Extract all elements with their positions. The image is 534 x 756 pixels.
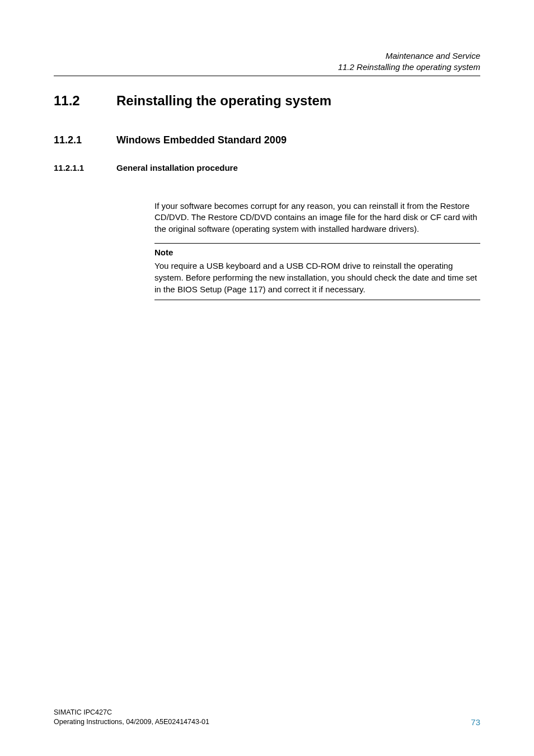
running-header: Maintenance and Service 11.2 Reinstallin… [54, 50, 480, 73]
heading-2-number: 11.2.1 [54, 134, 116, 146]
heading-2-title: Windows Embedded Standard 2009 [116, 134, 287, 146]
heading-level-1: 11.2 Reinstalling the operating system [54, 93, 480, 109]
heading-1-title: Reinstalling the operating system [116, 93, 331, 109]
heading-level-2: 11.2.1 Windows Embedded Standard 2009 [54, 134, 480, 146]
body-paragraph: If your software becomes corrupt for any… [154, 200, 480, 235]
page-footer: SIMATIC IPC427C Operating Instructions, … [54, 708, 480, 727]
body-content: If your software becomes corrupt for any… [154, 200, 480, 301]
heading-3-title: General installation procedure [116, 163, 238, 172]
note-label: Note [154, 247, 480, 259]
header-rule [54, 76, 480, 76]
note-text: You require a USB keyboard and a USB CD-… [154, 260, 480, 295]
footer-product: SIMATIC IPC427C [54, 708, 209, 717]
heading-1-number: 11.2 [54, 93, 116, 109]
running-header-chapter: Maintenance and Service [54, 50, 480, 62]
footer-left: SIMATIC IPC427C Operating Instructions, … [54, 708, 209, 727]
footer-meta: Operating Instructions, 04/2009, A5E0241… [54, 717, 209, 727]
document-page: Maintenance and Service 11.2 Reinstallin… [0, 0, 534, 756]
page-link[interactable]: 117 [249, 284, 263, 294]
running-header-section: 11.2 Reinstalling the operating system [54, 62, 480, 73]
heading-level-3: 11.2.1.1 General installation procedure [54, 163, 480, 172]
heading-3-number: 11.2.1.1 [54, 163, 116, 172]
note-text-after: ) and correct it if necessary. [263, 284, 366, 294]
footer-page-number: 73 [471, 717, 480, 727]
note-box: Note You require a USB keyboard and a US… [154, 243, 480, 301]
bios-setup-link[interactable]: BIOS Setup [177, 284, 222, 294]
note-text-mid: (Page [222, 284, 249, 294]
